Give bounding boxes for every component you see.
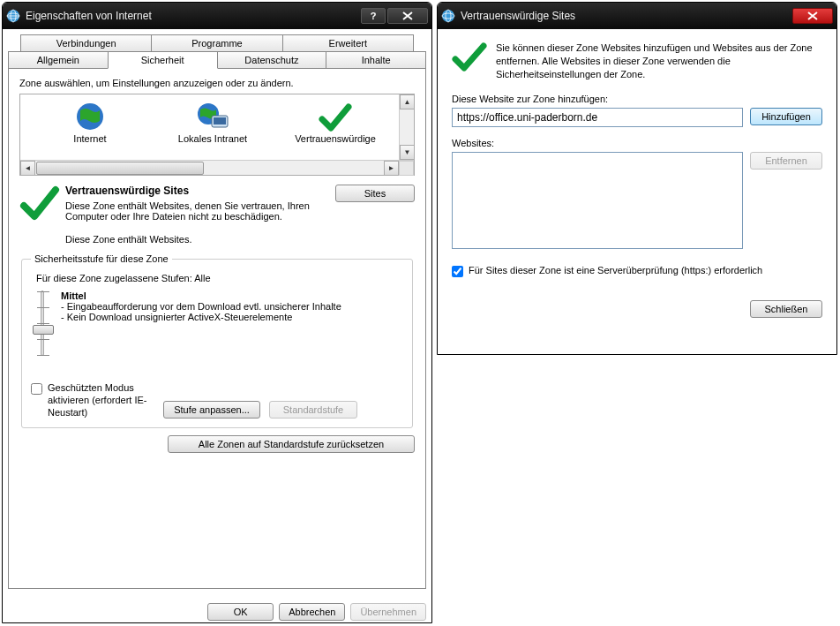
cancel-button[interactable]: Abbrechen [279, 603, 345, 621]
close-dialog-button[interactable]: Schließen [750, 300, 822, 318]
globe-icon [441, 9, 455, 23]
websites-label: Websites: [452, 138, 822, 148]
security-level-slider[interactable] [31, 290, 54, 356]
tab-verbindungen[interactable]: Verbindungen [20, 34, 152, 51]
scroll-down-button[interactable]: ▼ [400, 145, 415, 160]
intranet-zone-icon [155, 100, 270, 133]
add-button[interactable]: Hinzufügen [750, 108, 822, 125]
titlebar: Vertrauenswürdige Sites [438, 3, 836, 29]
scroll-corner [399, 161, 414, 176]
trusted-zone-icon [278, 100, 393, 133]
selected-zone-title: Vertrauenswürdige Sites [65, 185, 328, 197]
level-title: Mittel [61, 290, 403, 301]
tab-datenschutz[interactable]: Datenschutz [217, 51, 327, 69]
protected-mode-checkbox[interactable] [31, 383, 42, 395]
slider-thumb[interactable] [33, 325, 54, 335]
globe-icon [6, 9, 20, 23]
require-https-label: Für Sites dieser Zone ist eine Serverübe… [469, 265, 762, 275]
tab-programme[interactable]: Programme [151, 34, 282, 51]
window-body: Verbindungen Programme Erweitert Allgeme… [3, 29, 431, 623]
require-https-row: Für Sites dieser Zone ist eine Serverübe… [452, 265, 822, 277]
trusted-sites-window: Vertrauenswürdige Sites Sie können diese… [437, 2, 837, 355]
zone-description-body: Vertrauenswürdige Sites Diese Zone enthä… [65, 185, 415, 245]
window-title: Vertrauenswürdige Sites [461, 10, 791, 22]
zone-items: Internet Lokales Intranet [24, 100, 410, 160]
selected-zone-contains: Diese Zone enthält Websites. [65, 234, 415, 245]
dialog-button-row: OK Abbrechen Übernehmen [8, 603, 426, 621]
tab-panel-sicherheit: Zone auswählen, um Einstellungen anzuzei… [8, 68, 426, 589]
security-level-group: Sicherheitsstufe für diese Zone Für dies… [21, 253, 413, 428]
add-site-input[interactable] [452, 108, 743, 127]
help-button[interactable]: ? [361, 8, 386, 24]
zone-label-text: Vertrauenswürdige [278, 133, 393, 144]
zone-item-trusted[interactable]: Vertrauenswürdige [278, 100, 393, 160]
window-title: Eigenschaften von Internet [26, 10, 359, 22]
default-level-button[interactable]: Standardstufe [269, 401, 357, 419]
close-button[interactable] [792, 8, 833, 24]
tab-sicherheit[interactable]: Sicherheit [108, 51, 218, 69]
intro-row: Sie können dieser Zone Websites hinzufüg… [452, 41, 822, 81]
tab-erweitert[interactable]: Erweitert [282, 34, 414, 51]
zone-item-internet[interactable]: Internet [33, 100, 147, 160]
tab-row-top: Verbindungen Programme Erweitert [8, 34, 426, 51]
add-site-label: Diese Website zur Zone hinzufügen: [452, 94, 822, 104]
remove-button[interactable]: Entfernen [750, 152, 822, 170]
zone-list: Internet Lokales Intranet [19, 94, 415, 176]
protected-mode-label: Geschützten Modus aktivieren (erfordert … [48, 382, 154, 419]
sites-button[interactable]: Sites [335, 185, 415, 202]
level-line-1: - Eingabeaufforderung vor dem Download e… [61, 301, 403, 312]
allowed-levels-label: Für diese Zone zugelassene Stufen: Alle [36, 273, 403, 283]
zone-description-row: Vertrauenswürdige Sites Diese Zone enthä… [19, 185, 415, 245]
scroll-left-button[interactable]: ◄ [20, 161, 35, 176]
checkmark-icon [19, 185, 60, 223]
tab-container: Verbindungen Programme Erweitert Allgeme… [8, 34, 426, 589]
apply-button[interactable]: Übernehmen [350, 603, 426, 621]
titlebar: Eigenschaften von Internet ? [3, 3, 431, 29]
protected-mode-row: Geschützten Modus aktivieren (erfordert … [31, 382, 154, 419]
internet-zone-icon [33, 100, 147, 133]
internet-properties-window: Eigenschaften von Internet ? Verbindunge… [2, 2, 432, 623]
window-body: Sie können dieser Zone Websites hinzufüg… [438, 29, 836, 330]
require-https-checkbox[interactable] [452, 266, 463, 277]
scroll-right-button[interactable]: ► [384, 161, 399, 176]
zone-select-label: Zone auswählen, um Einstellungen anzuzei… [19, 78, 415, 88]
websites-row: Entfernen [452, 152, 822, 249]
vertical-scrollbar[interactable]: ▲ ▼ [399, 94, 414, 160]
scroll-up-button[interactable]: ▲ [400, 94, 415, 109]
zone-label-text: Internet [33, 133, 147, 144]
custom-level-button[interactable]: Stufe anpassen... [163, 401, 260, 419]
close-button[interactable] [387, 8, 428, 24]
selected-zone-desc: Diese Zone enthält Websites, denen Sie v… [65, 200, 328, 222]
level-line-2: - Kein Download unsignierter ActiveX-Ste… [61, 312, 403, 322]
tab-row-bottom: Allgemein Sicherheit Datenschutz Inhalte [8, 51, 426, 69]
security-level-legend: Sicherheitsstufe für diese Zone [31, 253, 172, 264]
horizontal-scrollbar[interactable]: ◄ ► [20, 160, 414, 175]
add-site-row: Hinzufügen [452, 108, 822, 127]
tab-allgemein[interactable]: Allgemein [8, 51, 109, 69]
svg-rect-7 [214, 117, 226, 124]
ok-button[interactable]: OK [207, 603, 274, 621]
zone-label-text: Lokales Intranet [155, 133, 270, 144]
zone-item-intranet[interactable]: Lokales Intranet [155, 100, 270, 160]
websites-listbox[interactable] [452, 152, 743, 249]
reset-all-zones-button[interactable]: Alle Zonen auf Standardstufe zurücksetze… [168, 435, 415, 453]
checkmark-icon [452, 41, 487, 81]
scroll-thumb[interactable] [36, 162, 204, 175]
intro-text: Sie können dieser Zone Websites hinzufüg… [496, 41, 822, 81]
svg-point-8 [442, 10, 454, 22]
level-description: Mittel - Eingabeaufforderung vor dem Dow… [61, 290, 403, 356]
tab-inhalte[interactable]: Inhalte [326, 51, 426, 69]
